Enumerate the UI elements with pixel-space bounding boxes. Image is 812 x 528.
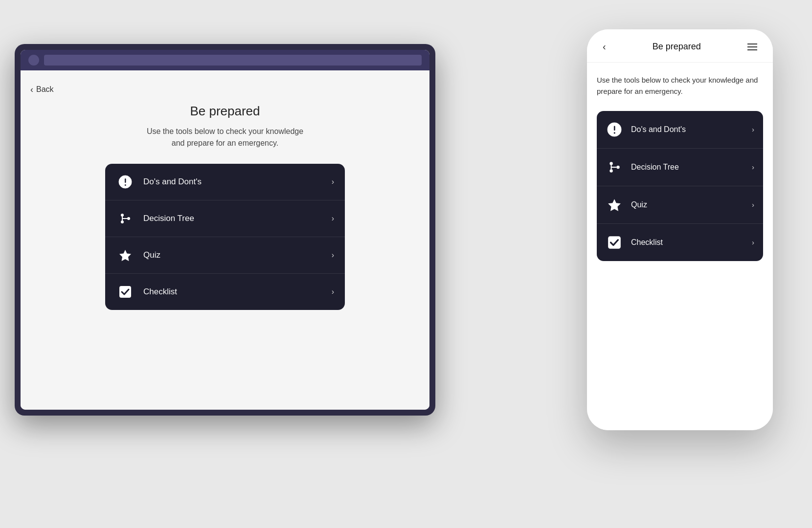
tablet-menu-label-checklist: Checklist xyxy=(143,287,332,297)
chevron-right-icon: › xyxy=(332,251,334,260)
branch-icon xyxy=(116,209,135,228)
svg-point-13 xyxy=(609,162,612,165)
svg-rect-11 xyxy=(614,126,615,131)
hamburger-line-3 xyxy=(747,49,757,50)
tablet-menu-label-quiz: Quiz xyxy=(143,250,332,260)
phone-exclamation-icon xyxy=(606,121,623,138)
tablet-screen: ‹ Back Be prepared Use the tools below t… xyxy=(21,50,429,410)
phone-chevron-right-icon: › xyxy=(752,163,754,171)
phone-star-icon xyxy=(606,196,623,214)
svg-point-4 xyxy=(121,220,124,223)
phone-menu-card: Do's and Dont's › Decision Tr xyxy=(597,111,763,261)
phone-description: Use the tools below to check your knowle… xyxy=(597,74,763,97)
svg-point-12 xyxy=(614,132,615,133)
phone-menu-label-decision-tree: Decision Tree xyxy=(631,163,752,172)
svg-marker-8 xyxy=(119,250,131,261)
tablet-menu-item-dos-donts[interactable]: Do's and Dont's › xyxy=(105,164,345,200)
svg-point-15 xyxy=(616,165,619,168)
back-label: Back xyxy=(36,85,54,94)
phone-branch-icon xyxy=(606,158,623,176)
phone-menu-item-quiz[interactable]: Quiz › xyxy=(597,186,763,224)
tablet-page-title: Be prepared xyxy=(190,104,260,119)
phone-chevron-right-icon: › xyxy=(752,200,754,209)
chevron-right-icon: › xyxy=(332,214,334,223)
tablet-menu-item-quiz[interactable]: Quiz › xyxy=(105,237,345,274)
phone-device: ‹ Be prepared Use the tools below to che… xyxy=(587,29,773,430)
tablet-menu-item-checklist[interactable]: Checklist › xyxy=(105,274,345,310)
tablet-camera xyxy=(28,55,39,66)
tablet-menu-label-dos-donts: Do's and Dont's xyxy=(143,177,332,187)
tablet-content: ‹ Back Be prepared Use the tools below t… xyxy=(21,70,429,410)
svg-point-2 xyxy=(125,184,126,186)
phone-menu-button[interactable] xyxy=(744,42,761,52)
back-button[interactable]: ‹ Back xyxy=(30,85,54,94)
phone-back-button[interactable]: ‹ xyxy=(599,39,610,54)
phone-menu-label-quiz: Quiz xyxy=(631,200,752,209)
svg-point-5 xyxy=(127,217,130,220)
tablet-menu-card: Do's and Dont's › xyxy=(105,164,345,310)
chevron-left-icon: ‹ xyxy=(30,85,33,94)
hamburger-line-1 xyxy=(747,44,757,44)
phone-chevron-right-icon: › xyxy=(752,238,754,246)
phone-menu-item-dos-donts[interactable]: Do's and Dont's › xyxy=(597,111,763,149)
phone-page-title: Be prepared xyxy=(653,42,701,52)
svg-rect-1 xyxy=(125,178,126,183)
phone-chevron-right-icon: › xyxy=(752,125,754,133)
tablet-frame: ‹ Back Be prepared Use the tools below t… xyxy=(15,44,435,416)
phone-menu-item-decision-tree[interactable]: Decision Tree › xyxy=(597,149,763,186)
star-icon xyxy=(116,246,135,264)
svg-point-14 xyxy=(609,169,612,172)
hamburger-line-2 xyxy=(747,46,757,47)
tablet-titlebar xyxy=(21,50,429,70)
tablet-device: ‹ Back Be prepared Use the tools below t… xyxy=(15,44,450,435)
phone-menu-item-checklist[interactable]: Checklist › xyxy=(597,224,763,261)
tablet-menu-item-decision-tree[interactable]: Decision Tree › xyxy=(105,200,345,237)
chevron-right-icon: › xyxy=(332,287,334,296)
tablet-menu-label-decision-tree: Decision Tree xyxy=(143,214,332,223)
checkbox-icon xyxy=(116,283,135,301)
tablet-urlbar xyxy=(44,55,422,66)
phone-menu-label-dos-donts: Do's and Dont's xyxy=(631,125,752,134)
phone-checkbox-icon xyxy=(606,234,623,251)
phone-frame: ‹ Be prepared Use the tools below to che… xyxy=(587,29,773,430)
svg-point-3 xyxy=(121,214,124,217)
svg-marker-18 xyxy=(608,199,621,211)
exclamation-icon xyxy=(116,173,135,191)
phone-header: ‹ Be prepared xyxy=(587,29,773,63)
tablet-description: Use the tools below to check your knowle… xyxy=(147,126,303,149)
phone-body: Use the tools below to check your knowle… xyxy=(587,63,773,430)
phone-menu-label-checklist: Checklist xyxy=(631,238,752,247)
chevron-right-icon: › xyxy=(332,177,334,186)
tablet-nav: ‹ Back xyxy=(30,80,420,104)
